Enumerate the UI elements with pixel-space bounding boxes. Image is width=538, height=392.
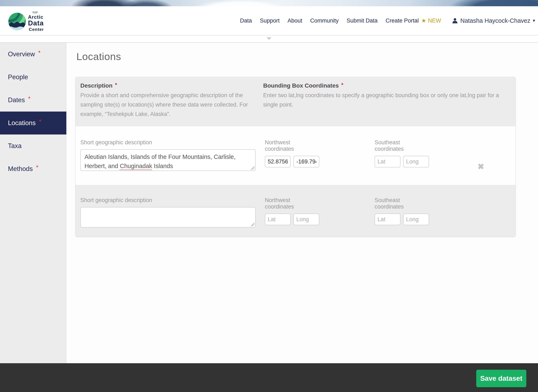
se-long-input[interactable] [403,214,429,225]
bounding-box-help-text: Enter two lat,lng coordinates to specify… [263,91,509,109]
se-lat-input[interactable] [375,214,401,225]
required-star: * [38,49,41,56]
se-long-input[interactable] [403,156,429,168]
bounding-box-heading-text: Bounding Box Coordinates [263,82,339,89]
page-title: Locations [76,51,538,62]
save-dataset-button[interactable]: Save dataset [476,370,526,387]
southeast-coordinates-label: Southeast coordinates [375,139,429,152]
site-logo[interactable]: NSF Arctic Data Center [8,9,43,35]
required-star: * [28,95,30,102]
page: NSF Arctic Data Center Data Support Abou… [0,0,538,392]
description-help-column: Description* Provide a short and compreh… [80,82,263,126]
sidebar-item-label: Methods [8,165,33,173]
description-textarea[interactable]: Aleutian Islands, Islands of the Four Mo… [80,149,256,171]
site-header: NSF Arctic Data Center Data Support Abou… [0,6,538,35]
description-column: Short geographic description Aleutian Is… [80,139,256,185]
bounding-box-heading: Bounding Box Coordinates* [263,82,509,89]
required-star: * [39,118,41,125]
sidebar-item-taxa[interactable]: Taxa [0,135,66,157]
sidebar-item-dates[interactable]: Dates * [0,89,66,112]
misspelled-word: Chuginadak [120,163,152,169]
description-column: Short geographic description [80,197,256,237]
user-name: Natasha Haycock-Chavez [460,17,530,24]
header-banner-image [0,0,538,6]
nav-item-about[interactable]: About [288,18,302,24]
required-star: * [36,164,38,171]
required-star: * [115,82,117,88]
primary-nav: Data Support About Community Submit Data… [240,6,535,35]
footer-bar: Save dataset [0,363,538,392]
nw-lat-input[interactable] [265,156,291,168]
star-icon: ★ [421,17,426,24]
remove-location-button[interactable]: ✖ [477,163,484,171]
remove-column: ✖ [477,139,484,185]
collapse-caret-icon[interactable] [266,37,272,40]
description-text: Islands [152,163,173,169]
description-field-label: Short geographic description [80,139,256,146]
logo-nsf-text: NSF [33,11,38,14]
bounding-box-help-column: Bounding Box Coordinates* Enter two lat,… [263,82,509,126]
description-textarea-empty[interactable] [80,207,256,228]
location-row-2: Short geographic description Northwest c… [76,185,515,237]
northwest-coordinates-label: Northwest coordinates [265,197,320,210]
sidebar-item-locations[interactable]: Locations * [0,112,66,135]
new-badge: ★ NEW [421,17,441,24]
user-icon [452,18,458,23]
description-heading-text: Description [80,82,113,89]
sidebar-item-overview[interactable]: Overview * [0,43,66,66]
sidebar-item-label: Locations [8,119,36,127]
location-row-1: Short geographic description Aleutian Is… [76,126,515,185]
description-field-label: Short geographic description [80,197,256,204]
northwest-coordinates-label: Northwest coordinates [265,139,320,152]
sidebar-item-methods[interactable]: Methods * [0,157,66,180]
southeast-coordinates-column: Southeast coordinates [375,197,429,237]
nav-item-create-portal[interactable]: Create Portal [385,18,419,24]
sidebar-item-people[interactable]: People [0,66,66,89]
section-help-header: Description* Provide a short and compreh… [76,77,515,126]
logo-arctic-text: Arctic [28,14,43,20]
logo-data-text: Data [28,19,43,27]
nav-item-community[interactable]: Community [310,18,339,24]
logo-center-text: Center [29,27,43,32]
northwest-coordinates-column: Northwest coordinates [265,139,320,185]
nw-long-input[interactable] [293,214,319,225]
sidebar-item-label: Dates [8,96,25,104]
new-badge-label: NEW [428,18,441,24]
arctic-data-center-logo-icon: NSF Arctic Data Center [8,9,43,34]
southeast-coordinates-column: Southeast coordinates [375,139,429,185]
southeast-coordinates-label: Southeast coordinates [375,197,429,210]
user-menu[interactable]: Natasha Haycock-Chavez ▾ [452,17,535,24]
northwest-coordinates-column: Northwest coordinates [265,197,320,237]
locations-form: Description* Provide a short and compreh… [75,77,516,237]
nav-item-submit-data[interactable]: Submit Data [347,18,378,24]
required-star: * [341,82,343,88]
description-heading: Description* [80,82,263,89]
main-content: Locations Description* Provide a short a… [67,43,538,363]
nw-long-input[interactable] [293,156,319,168]
sidebar-item-label: Overview [8,51,35,58]
header-collapse-strip[interactable] [0,35,538,43]
sidebar: Overview * People Dates * Locations * Ta… [0,43,66,363]
se-lat-input[interactable] [375,156,401,168]
nav-item-support[interactable]: Support [260,18,280,24]
sidebar-item-label: People [8,73,28,81]
chevron-down-icon: ▾ [533,18,535,23]
nw-lat-input[interactable] [265,214,291,225]
nav-item-data[interactable]: Data [240,18,252,24]
sidebar-item-label: Taxa [8,142,22,150]
description-help-text: Provide a short and comprehensive geogra… [80,91,263,119]
